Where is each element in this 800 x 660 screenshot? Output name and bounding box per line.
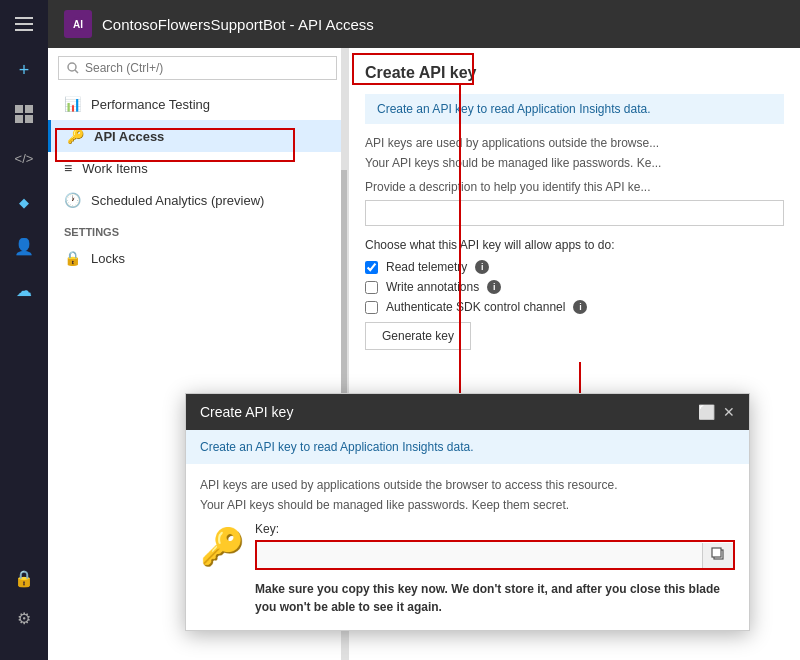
sidebar-add-icon[interactable]: + [0, 50, 48, 90]
scheduled-icon: 🕐 [64, 192, 81, 208]
checkbox-write-annotations[interactable]: Write annotations i [365, 280, 784, 294]
svg-rect-4 [25, 105, 33, 113]
key-input-area: Key: Make sure you copy this key now. We… [255, 522, 735, 616]
modal-desc2: Your API keys should be managed like pas… [200, 498, 735, 512]
page-title: ContosoFlowersSupportBot - API Access [102, 16, 374, 33]
modal-key-section: 🔑 Key: Make sure you copy this key now. … [200, 522, 735, 616]
modal-header: Create API key ⬜ ✕ [186, 394, 749, 430]
search-input[interactable] [85, 61, 328, 75]
svg-point-9 [68, 63, 76, 71]
create-api-modal: Create API key ⬜ ✕ Create an API key to … [185, 393, 750, 631]
api-description-input[interactable]: Access API [365, 200, 784, 226]
performance-icon: 📊 [64, 96, 81, 112]
right-panel-provide: Provide a description to help you identi… [365, 180, 784, 194]
svg-rect-2 [15, 29, 33, 31]
right-panel-desc1: API keys are used by applications outsid… [365, 136, 784, 150]
right-panel-info: Create an API key to read Application In… [365, 94, 784, 124]
modal-title: Create API key [200, 404, 293, 420]
svg-line-10 [75, 70, 78, 73]
svg-rect-6 [25, 115, 33, 123]
modal-info: Create an API key to read Application In… [186, 430, 749, 464]
sidebar-lock-icon[interactable]: 🔒 [0, 558, 48, 598]
scrollbar-thumb[interactable] [341, 170, 347, 415]
modal-restore-button[interactable]: ⬜ [698, 404, 715, 420]
sidebar-cloud-icon[interactable]: ☁ [0, 270, 48, 310]
sidebar-icons: + </> ◆ 👤 ☁ ⚙ 🔒 [0, 0, 48, 660]
key-icon: 🔑 [200, 526, 245, 568]
svg-rect-5 [15, 115, 23, 123]
svg-text:AI: AI [73, 19, 83, 30]
modal-close-button[interactable]: ✕ [723, 404, 735, 420]
nav-item-locks[interactable]: 🔒 Locks [48, 242, 347, 274]
checkbox-read-telemetry[interactable]: Read telemetry i [365, 260, 784, 274]
permission-label: Choose what this API key will allow apps… [365, 238, 784, 252]
api-icon: 🔑 [67, 128, 84, 144]
write-annotations-checkbox[interactable] [365, 281, 378, 294]
settings-section-label: SETTINGS [48, 216, 347, 242]
work-items-icon: ≡ [64, 160, 72, 176]
write-annotations-info-icon[interactable]: i [487, 280, 501, 294]
key-input-wrapper [255, 540, 735, 570]
modal-desc1: API keys are used by applications outsid… [200, 478, 735, 492]
nav-item-api-access[interactable]: 🔑 API Access [48, 120, 347, 152]
nav-item-scheduled[interactable]: 🕐 Scheduled Analytics (preview) [48, 184, 347, 216]
svg-rect-17 [712, 548, 721, 557]
key-input[interactable] [257, 542, 702, 568]
authenticate-sdk-info-icon[interactable]: i [573, 300, 587, 314]
read-telemetry-checkbox[interactable] [365, 261, 378, 274]
modal-warning: Make sure you copy this key now. We don'… [255, 580, 735, 616]
authenticate-sdk-checkbox[interactable] [365, 301, 378, 314]
sidebar-dashboard-icon[interactable] [0, 94, 48, 134]
svg-rect-1 [15, 23, 33, 25]
top-header: AI ContosoFlowersSupportBot - API Access [48, 0, 800, 48]
sidebar-resource-icon[interactable]: ◆ [0, 182, 48, 222]
sidebar-code-icon[interactable]: </> [0, 138, 48, 178]
svg-rect-0 [15, 17, 33, 19]
right-panel-desc2: Your API keys should be managed like pas… [365, 156, 784, 170]
key-label: Key: [255, 522, 735, 536]
svg-rect-3 [15, 105, 23, 113]
generate-key-button[interactable]: Generate key [365, 322, 471, 350]
read-telemetry-info-icon[interactable]: i [475, 260, 489, 274]
locks-icon: 🔒 [64, 250, 81, 266]
hamburger-icon[interactable] [0, 0, 48, 48]
modal-header-buttons: ⬜ ✕ [698, 404, 735, 420]
checkbox-authenticate-sdk[interactable]: Authenticate SDK control channel i [365, 300, 784, 314]
nav-item-performance[interactable]: 📊 Performance Testing [48, 88, 347, 120]
app-icon: AI [64, 10, 92, 38]
right-panel-title: Create API key [365, 64, 784, 82]
sidebar-settings-icon[interactable]: ⚙ [0, 598, 48, 638]
modal-body: API keys are used by applications outsid… [186, 464, 749, 630]
copy-key-button[interactable] [702, 543, 733, 568]
sidebar-user-icon[interactable]: 👤 [0, 226, 48, 266]
search-box[interactable] [58, 56, 337, 80]
nav-item-work-items[interactable]: ≡ Work Items [48, 152, 347, 184]
